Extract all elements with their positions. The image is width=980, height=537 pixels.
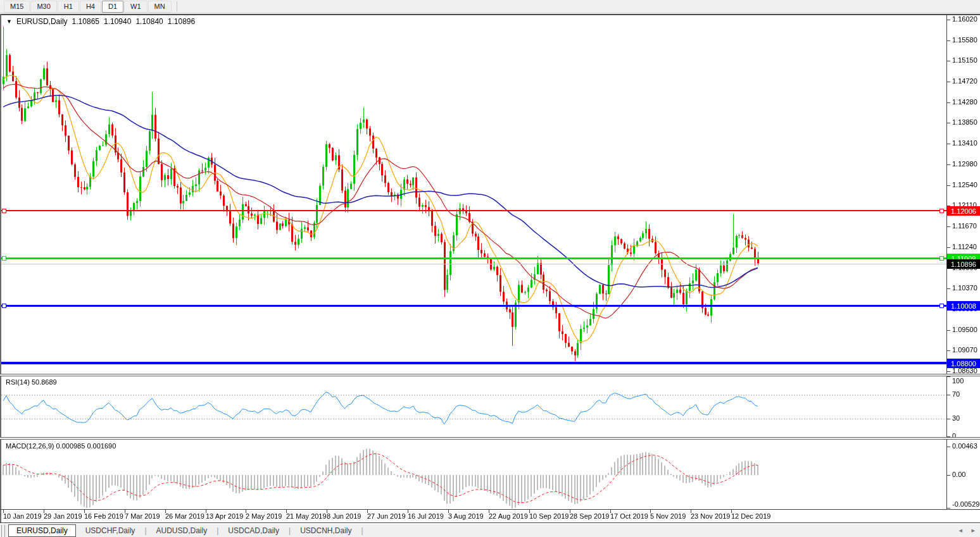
tab-usdcad-daily[interactable]: USDCAD,Daily (218, 525, 289, 536)
price-axis-label: 1.16020 (952, 15, 977, 23)
date-label: 5 Nov 2019 (650, 512, 686, 520)
ohlc-open: 1.10865 (72, 17, 99, 26)
hline-resistance-red[interactable] (1, 210, 946, 211)
hline-handle-left-resistance-red[interactable] (2, 209, 6, 213)
ohlc-high: 1.10940 (104, 17, 131, 26)
chevron-down-icon: ▼ (6, 18, 12, 25)
date-label: 16 Jul 2019 (408, 512, 444, 520)
symbol-label: EURUSD,Daily (16, 17, 68, 26)
ohlc-close: 1.10896 (168, 17, 195, 26)
tab-audusd-daily[interactable]: AUDUSD,Daily (147, 525, 217, 536)
window-top-frame (0, 14, 980, 15)
rsi-panel-splitter[interactable] (0, 374, 980, 376)
timeframe-button-h1[interactable]: H1 (58, 1, 79, 13)
hline-handle-right-resistance-green[interactable] (939, 256, 944, 261)
date-label: 22 Aug 2019 (489, 512, 528, 520)
price-axis-label: 1.11240 (952, 243, 977, 250)
date-label: 7 Mar 2019 (125, 512, 160, 520)
tab-separator: | (361, 526, 363, 535)
chart-tab-bar: EURUSD,DailyUSDCHF,Daily|AUDUSD,Daily|US… (0, 524, 980, 537)
timeframe-button-w1[interactable]: W1 (124, 1, 148, 13)
hline-current-price[interactable] (1, 264, 946, 264)
rsi-axis-label: 70 (952, 390, 960, 398)
date-label: 27 Jun 2019 (367, 512, 406, 520)
date-label: 13 Apr 2019 (206, 512, 243, 520)
rsi-title: RSI(14) 50.8689 (6, 378, 57, 386)
macd-title: MACD(12,26,9) 0.000985 0.001690 (6, 442, 116, 450)
macd-panel-splitter[interactable] (0, 437, 980, 440)
date-label: 8 Jun 2019 (327, 512, 361, 520)
window-bottom-frame (0, 522, 980, 523)
toolbar-separator (177, 1, 177, 11)
price-badge-current-price: 1.10896 (947, 259, 980, 269)
price-axis-label: 1.15150 (952, 56, 977, 64)
date-label: 26 Mar 2019 (165, 512, 204, 520)
date-label: 2 May 2019 (246, 512, 282, 520)
price-badge-resistance-red: 1.12006 (947, 206, 980, 216)
date-label: 28 Sep 2019 (570, 512, 609, 520)
date-label: 10 Jan 2019 (3, 512, 42, 520)
tab-eurusd-daily[interactable]: EURUSD,Daily (8, 524, 76, 537)
timeframe-button-m15[interactable]: M15 (4, 1, 30, 13)
price-axis-label: 1.14720 (952, 77, 977, 85)
tabbar-grip[interactable] (1, 525, 5, 537)
date-label: 29 Jan 2019 (44, 512, 82, 520)
hline-handle-left-support-blue[interactable] (2, 304, 6, 308)
timeframe-toolbar: M15M30H1H4D1W1MN (0, 0, 980, 13)
rsi-axis-label: 100 (952, 377, 964, 385)
price-axis-label: 1.10370 (952, 284, 977, 292)
price-axis-label: 1.09070 (952, 346, 977, 354)
date-label: 10 Sep 2019 (529, 512, 569, 520)
price-axis-label: 1.13850 (952, 118, 977, 126)
date-label: 17 Oct 2019 (610, 512, 648, 520)
chart-canvas[interactable] (0, 0, 980, 537)
price-axis-label: 1.14280 (952, 98, 977, 106)
date-label: 23 Nov 2019 (691, 512, 730, 520)
date-label: 12 Dec 2019 (731, 512, 770, 520)
price-axis-label: 1.11670 (952, 222, 977, 230)
hline-support-blue[interactable] (1, 305, 946, 307)
date-label: 3 Aug 2019 (448, 512, 484, 520)
price-axis-label: 1.09500 (952, 326, 977, 333)
tab-usdcnh-daily[interactable]: USDCNH,Daily (291, 525, 361, 536)
hline-handle-left-resistance-green[interactable] (2, 256, 6, 261)
macd-axis-label: 0.00 (952, 471, 965, 478)
window-left-frame (0, 14, 1, 523)
date-label: 16 Feb 2019 (84, 512, 123, 520)
ohlc-low: 1.10840 (135, 17, 163, 26)
macd-axis-label: 0.00463 (952, 442, 977, 450)
chart-legend: ▼ EURUSD,Daily 1.10865 1.10940 1.10840 1… (6, 17, 195, 26)
timeframe-button-h4[interactable]: H4 (80, 1, 101, 13)
hline-resistance-green[interactable] (1, 257, 946, 259)
tab-usdchf-daily[interactable]: USDCHF,Daily (76, 525, 145, 536)
tab-scroll-right-button[interactable]: ▸ (971, 526, 975, 534)
hline-handle-right-support-blue[interactable] (939, 304, 944, 308)
timeframe-button-m30[interactable]: M30 (30, 1, 56, 13)
price-badge-support-blue: 1.10008 (947, 301, 980, 311)
macd-bottom-frame (0, 509, 980, 510)
rsi-axis-label: 30 (952, 414, 960, 422)
date-label: 21 May 2019 (286, 512, 327, 520)
price-axis-label: 1.12540 (952, 181, 977, 188)
price-axis-label: 1.12980 (952, 160, 977, 168)
tab-scroll-left-button[interactable]: ◂ (958, 526, 962, 534)
mt4-chart-window: M15M30H1H4D1W1MN ▼ EURUSD,Daily 1.10865 … (0, 0, 980, 537)
macd-axis-label: -0.005299 (952, 500, 980, 508)
price-badge-support-blue-low: 1.08800 (947, 359, 980, 368)
timeframe-button-mn[interactable]: MN (148, 1, 172, 13)
price-axis-label: 1.13410 (952, 139, 977, 147)
timeframe-button-d1[interactable]: D1 (102, 1, 123, 13)
price-axis-label: 1.15580 (952, 36, 977, 44)
hline-support-blue-low[interactable] (1, 362, 946, 364)
hline-handle-right-resistance-red[interactable] (939, 209, 944, 213)
